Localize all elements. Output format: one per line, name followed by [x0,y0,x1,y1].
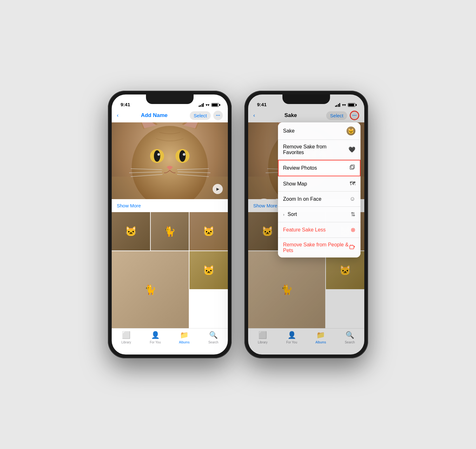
menu-item-zoom-face[interactable]: Zoom In on Face ☺ [278,192,360,207]
grid-photo-3[interactable]: 🐱 [189,212,228,251]
menu-sake-text: Sake [283,128,294,134]
review-photos-icon [349,164,355,172]
play-button[interactable]: ▶ [213,184,223,194]
menu-sort-text: Sort [288,211,297,217]
tab-albums-label: Albums [179,341,189,344]
page-title: Add Name [141,112,168,119]
svg-point-10 [179,150,186,162]
search-tab-icon: 🔍 [209,331,218,339]
grid-photo-2[interactable]: 🐈 [151,212,189,251]
menu-show-map-text: Show Map [283,181,307,187]
sort-left: › Sort [283,211,297,217]
remove-people-icon [349,244,355,252]
sake-avatar: 🐱 [347,127,355,135]
for-you-icon: 👤 [151,331,160,339]
phone-1-nav-bar: ‹ Add Name Select ··· [112,108,228,122]
phone-2: 9:41 ▾▾ ‹ [244,91,368,358]
cat-illustration-svg [112,122,228,199]
svg-point-11 [157,153,160,156]
main-photo: ▶ [112,122,228,199]
albums-icon: 📁 [180,331,188,339]
phone-1-status-icons: ▾▾ [199,103,219,107]
context-menu: Sake 🐱 Remove Sake from Favorites 🖤 Revi… [278,122,360,257]
svg-point-12 [183,153,185,156]
svg-rect-37 [350,166,354,169]
grid-photo-1[interactable]: 🐱 [112,212,150,251]
phone-1: 9:41 ▾▾ ‹ [108,91,232,358]
menu-item-sake-profile[interactable]: Sake 🐱 [278,122,360,140]
menu-zoom-face-text: Zoom In on Face [283,196,321,202]
show-more-link[interactable]: Show More [112,199,228,212]
select-button[interactable]: Select [190,111,211,120]
tab-library-label: Library [121,341,131,344]
grid-photo-4[interactable]: 🐈 [112,251,189,328]
menu-review-photos-text: Review Photos [283,165,317,171]
menu-remove-favorites-text: Remove Sake from Favorites [283,144,348,155]
tab-for-you[interactable]: 👤 For You [141,331,170,344]
svg-point-9 [154,150,160,162]
back-arrow: ‹ [117,112,119,119]
tab-albums[interactable]: 📁 Albums [170,331,199,344]
menu-item-remove-favorites[interactable]: Remove Sake from Favorites 🖤 [278,140,360,160]
tab-search-label: Search [208,341,218,344]
more-dots-icon: ··· [216,113,220,118]
more-button[interactable]: ··· [213,111,223,120]
tab-for-you-label: For You [150,341,161,344]
phone-1-time: 9:41 [121,102,130,107]
phone-1-notch [146,94,194,104]
phones-container: 9:41 ▾▾ ‹ [108,91,368,358]
tab-library[interactable]: ⬜ Library [112,331,141,344]
sort-icon: ⇅ [351,211,355,218]
zoom-face-icon: ☺ [350,196,355,202]
menu-feature-less-text: Feature Sake Less [283,227,326,233]
sort-chevron: › [283,212,284,217]
battery-icon [211,103,219,107]
menu-item-sort[interactable]: › Sort ⇅ [278,207,360,222]
cat-photo: ▶ [112,122,228,199]
library-icon: ⬜ [122,331,130,339]
phone-1-screen: 9:41 ▾▾ ‹ [112,94,228,355]
menu-remove-people-text: Remove Sake from People & Pets [283,242,349,253]
svg-rect-38 [351,165,354,168]
photo-grid: 🐱 🐈 🐱 🐈 🐱 [112,212,228,328]
nav-actions: Select ··· [190,111,223,120]
wifi-icon: ▾▾ [206,103,209,107]
menu-item-review-photos[interactable]: Review Photos [278,160,360,176]
feature-less-icon: ⊗ [351,226,355,233]
menu-item-feature-less[interactable]: Feature Sake Less ⊗ [278,222,360,238]
grid-photo-5[interactable]: 🐱 [189,251,228,290]
map-icon: 🗺 [350,180,355,187]
tab-search[interactable]: 🔍 Search [199,331,228,344]
menu-item-remove-people[interactable]: Remove Sake from People & Pets [278,238,360,257]
menu-item-show-map[interactable]: Show Map 🗺 [278,176,360,192]
phone-2-screen: 9:41 ▾▾ ‹ [248,94,364,355]
unfavorite-icon: 🖤 [348,146,355,153]
signal-icon [199,103,204,107]
phone-1-tab-bar: ⬜ Library 👤 For You 📁 Albums 🔍 Search [112,328,228,355]
svg-rect-39 [350,245,354,249]
back-button[interactable]: ‹ [117,112,119,119]
